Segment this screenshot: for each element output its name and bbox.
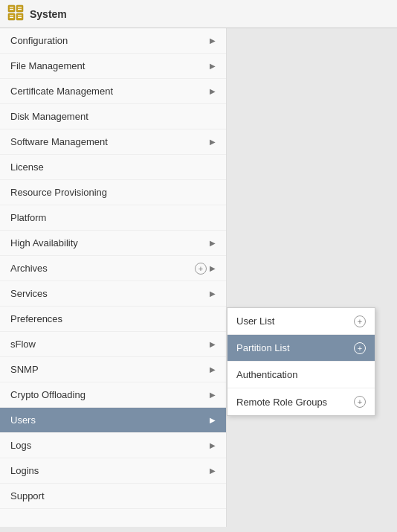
menu-item-label-certificate-management: Certificate Management: [10, 86, 113, 97]
menu-item-label-sflow: sFlow: [10, 339, 36, 350]
menu-item-label-crypto-offloading: Crypto Offloading: [10, 389, 85, 400]
submenu-item-partition-list[interactable]: Partition List+: [227, 335, 375, 362]
menu-item-label-software-management: Software Management: [10, 136, 108, 147]
menu-item-disk-management[interactable]: Disk Management: [0, 104, 226, 129]
plus-icon-archives[interactable]: +: [195, 263, 207, 275]
submenu-item-label-user-list: User List: [236, 315, 274, 327]
chevron-icon-sflow: ▶: [210, 340, 216, 348]
menu-item-configuration[interactable]: Configuration▶: [0, 28, 226, 54]
chevron-icon-software-management: ▶: [210, 138, 216, 146]
header: System: [0, 0, 397, 28]
menu-item-high-availability[interactable]: High Availability▶: [0, 231, 226, 256]
chevron-icon-logins: ▶: [210, 467, 216, 475]
menu-item-users[interactable]: Users▶: [0, 408, 226, 433]
chevron-icon-logs: ▶: [210, 441, 216, 449]
menu-item-file-management[interactable]: File Management▶: [0, 54, 226, 79]
primary-menu: Configuration▶File Management▶Certificat…: [0, 28, 227, 527]
chevron-icon-snmp: ▶: [210, 365, 216, 374]
secondary-menu: User List+Partition List+AuthenticationR…: [227, 307, 375, 416]
chevron-icon-users: ▶: [210, 416, 216, 424]
menu-item-label-users: Users: [10, 414, 36, 426]
menu-item-software-management[interactable]: Software Management▶: [0, 129, 226, 155]
menu-item-platform[interactable]: Platform: [0, 205, 226, 231]
chevron-icon-certificate-management: ▶: [210, 87, 216, 95]
menu-item-label-logs: Logs: [10, 440, 31, 451]
menu-item-services[interactable]: Services▶: [0, 281, 226, 307]
svg-rect-0: [8, 5, 15, 12]
menu-item-label-logins: Logins: [10, 465, 39, 476]
chevron-icon-configuration: ▶: [210, 36, 216, 45]
chevron-icon-services: ▶: [210, 289, 216, 298]
chevron-icon-crypto-offloading: ▶: [210, 391, 216, 399]
plus-icon-sub-user-list[interactable]: +: [354, 315, 366, 327]
menu-item-label-snmp: SNMP: [10, 364, 39, 375]
submenu-item-label-remote-role-groups: Remote Role Groups: [236, 397, 327, 408]
chevron-icon-archives: ▶: [210, 264, 216, 272]
svg-rect-3: [16, 13, 23, 20]
menu-item-resource-provisioning[interactable]: Resource Provisioning: [0, 180, 226, 205]
svg-rect-1: [16, 5, 23, 12]
chevron-icon-high-availability: ▶: [210, 239, 216, 247]
svg-rect-2: [8, 13, 15, 20]
submenu-item-label-authentication: Authentication: [236, 369, 297, 380]
submenu-item-authentication[interactable]: Authentication: [227, 362, 375, 388]
submenu-item-user-list[interactable]: User List+: [227, 308, 375, 335]
chevron-icon-file-management: ▶: [210, 62, 216, 70]
submenu-item-label-partition-list: Partition List: [236, 342, 290, 353]
submenu-item-remote-role-groups[interactable]: Remote Role Groups+: [227, 388, 375, 415]
menu-item-label-archives: Archives: [10, 263, 48, 274]
system-icon: [7, 4, 24, 23]
menu-item-label-platform: Platform: [10, 212, 46, 223]
menu-item-certificate-management[interactable]: Certificate Management▶: [0, 79, 226, 104]
menu-item-label-preferences: Preferences: [10, 313, 62, 324]
menu-item-logs[interactable]: Logs▶: [0, 433, 226, 458]
menu-item-label-resource-provisioning: Resource Provisioning: [10, 187, 107, 198]
menu-item-license[interactable]: License: [0, 155, 226, 180]
menu-item-preferences[interactable]: Preferences: [0, 307, 226, 332]
menu-item-sflow[interactable]: sFlow▶: [0, 332, 226, 357]
menu-item-snmp[interactable]: SNMP▶: [0, 357, 226, 382]
page-title: System: [30, 8, 67, 20]
menu-item-support[interactable]: Support: [0, 484, 226, 509]
plus-icon-sub-remote-role-groups[interactable]: +: [354, 396, 366, 408]
menu-item-label-configuration: Configuration: [10, 35, 68, 46]
menu-item-logins[interactable]: Logins▶: [0, 458, 226, 484]
menu-item-crypto-offloading[interactable]: Crypto Offloading▶: [0, 382, 226, 408]
menu-item-label-services: Services: [10, 288, 48, 299]
menu-item-label-high-availability: High Availability: [10, 237, 78, 249]
menu-item-label-file-management: File Management: [10, 60, 85, 71]
menu-item-label-support: Support: [10, 490, 45, 501]
plus-icon-sub-partition-list[interactable]: +: [354, 342, 366, 354]
menu-item-label-disk-management: Disk Management: [10, 111, 88, 122]
menu-item-label-license: License: [10, 161, 44, 173]
menu-item-archives[interactable]: Archives+▶: [0, 256, 226, 281]
